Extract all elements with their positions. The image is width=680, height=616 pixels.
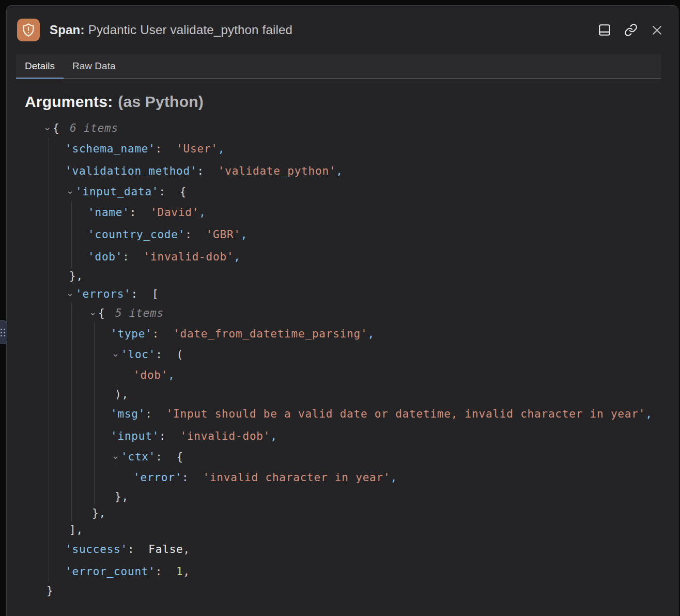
token-meta: 6 items: [70, 122, 118, 134]
token-punct: ],: [69, 523, 83, 536]
code-line: ⌄{ 5 items: [25, 303, 668, 322]
token-punct: },: [69, 270, 83, 282]
token-punct: :: [152, 328, 173, 340]
code-line-text: },: [25, 507, 106, 519]
token-key: 'input': [111, 430, 159, 442]
token-num: 1: [176, 565, 183, 578]
header-actions: [597, 22, 664, 38]
token-punct: :: [156, 565, 176, 578]
code-line-text: 'msg': 'Input should be a valid date or …: [25, 408, 653, 420]
code-line: },: [25, 505, 668, 521]
code-line-text: 'country_code': 'GBR',: [25, 228, 248, 241]
panel-bottom-icon: [598, 23, 611, 37]
tab-details[interactable]: Details: [16, 54, 64, 79]
close-button[interactable]: [650, 23, 664, 38]
token-key: ,: [645, 408, 652, 420]
code-line: },: [25, 268, 668, 284]
token-key: 'error_count': [65, 565, 156, 578]
code-line-text: 'schema_name': 'User',: [25, 143, 225, 155]
code-line-text: },: [25, 490, 129, 503]
token-key: ,: [168, 369, 175, 381]
token-key: ,: [218, 143, 225, 155]
token-punct: :: [156, 143, 176, 155]
token-key: ,: [270, 430, 277, 442]
code-line-text: }: [25, 584, 53, 597]
panel-drag-handle[interactable]: [0, 320, 7, 344]
arguments-tree: ⌄{ 6 items'schema_name': 'User','validat…: [25, 118, 668, 599]
token-str: 'validate_python': [218, 165, 336, 177]
copy-link-button[interactable]: [623, 22, 639, 38]
code-line: ⌄{ 6 items: [25, 118, 668, 137]
arguments-heading: Arguments:(as Python): [25, 93, 668, 111]
link-icon: [624, 23, 638, 37]
token-key: ,: [199, 206, 206, 219]
panel-title-kind: Span:: [50, 23, 85, 37]
code-line: 'validation_method': 'validate_python',: [25, 160, 668, 182]
arguments-heading-label: Arguments:: [25, 93, 113, 110]
token-key: ,: [234, 251, 240, 263]
token-str: 'date_from_datetime_parsing': [173, 328, 367, 340]
arguments-heading-suffix: (as Python): [118, 93, 204, 110]
token-key: 'name': [88, 206, 130, 219]
token-key: 'validation_method': [65, 165, 197, 177]
token-key: 'msg': [111, 408, 145, 420]
token-str: 'Input should be a valid date or datetim…: [166, 408, 646, 420]
app-background: Span:Pydantic User validate_python faile…: [0, 0, 680, 616]
code-line-text: 'name': 'David',: [25, 206, 206, 219]
code-line-text: { 5 items: [25, 307, 164, 319]
token-punct: },: [92, 507, 106, 519]
token-punct: (: [177, 348, 183, 361]
close-icon: [651, 24, 663, 37]
code-line-text: 'errors': [: [25, 288, 159, 300]
code-line: 'schema_name': 'User',: [25, 137, 668, 160]
code-line: ⌄'ctx': {: [25, 447, 668, 466]
code-line-text: 'dob': 'invalid-dob',: [25, 251, 241, 263]
token-punct: :: [128, 543, 148, 556]
token-punct: :: [182, 471, 203, 484]
token-punct: :: [197, 165, 218, 177]
code-line: 'country_code': 'GBR',: [25, 223, 668, 245]
token-str: 'invalid-dob': [144, 251, 234, 263]
shield-alert-icon: [17, 19, 40, 41]
token-str: 'invalid character in year': [203, 471, 390, 484]
code-line-text: 'type': 'date_from_datetime_parsing',: [25, 328, 375, 340]
code-line: }: [25, 582, 668, 599]
code-line-text: 'loc': (: [25, 348, 183, 361]
token-str: 'GBR': [206, 228, 241, 241]
token-str: 'invalid-dob': [180, 430, 270, 442]
tab-bar: Details Raw Data: [16, 54, 661, 79]
token-punct: {: [98, 307, 112, 319]
code-line-text: 'validation_method': 'validate_python',: [25, 165, 343, 177]
token-str: 'User': [176, 143, 218, 155]
code-line: 'error_count': 1,: [25, 560, 668, 582]
panel-title: Span:Pydantic User validate_python faile…: [50, 23, 292, 37]
token-punct: ,: [183, 543, 190, 556]
code-line-text: 'input_data': {: [25, 186, 187, 198]
token-punct: :: [185, 228, 206, 241]
token-meta: 5 items: [115, 307, 164, 319]
code-line: 'dob',: [25, 364, 668, 386]
token-punct: {: [180, 186, 187, 198]
code-line-text: },: [25, 270, 83, 282]
token-key: 'input_data': [75, 186, 159, 198]
code-line: ⌄'input_data': {: [25, 182, 668, 201]
dock-panel-bottom-button[interactable]: [597, 22, 612, 38]
tab-raw-data[interactable]: Raw Data: [64, 54, 124, 79]
code-line: 'error': 'invalid character in year',: [25, 466, 668, 488]
token-key: 'schema_name': [65, 143, 156, 155]
token-punct: :: [130, 206, 150, 219]
code-line-text: 'error': 'invalid character in year',: [25, 471, 397, 484]
code-line: 'input': 'invalid-dob',: [25, 425, 668, 447]
token-key: 'loc': [121, 348, 156, 361]
code-line-text: 'success': False,: [25, 543, 190, 556]
token-punct: :: [122, 251, 143, 263]
span-detail-panel: Span:Pydantic User validate_python faile…: [6, 5, 678, 616]
token-key: 'success': [65, 543, 128, 556]
token-key: ,: [241, 228, 248, 241]
code-line-text: ],: [25, 523, 83, 536]
token-punct: ),: [115, 388, 129, 401]
code-line: 'name': 'David',: [25, 201, 668, 223]
code-line: 'dob': 'invalid-dob',: [25, 245, 668, 268]
panel-title-text: Pydantic User validate_python failed: [88, 23, 292, 37]
details-content: Arguments:(as Python) ⌄{ 6 items'schema_…: [7, 79, 678, 599]
